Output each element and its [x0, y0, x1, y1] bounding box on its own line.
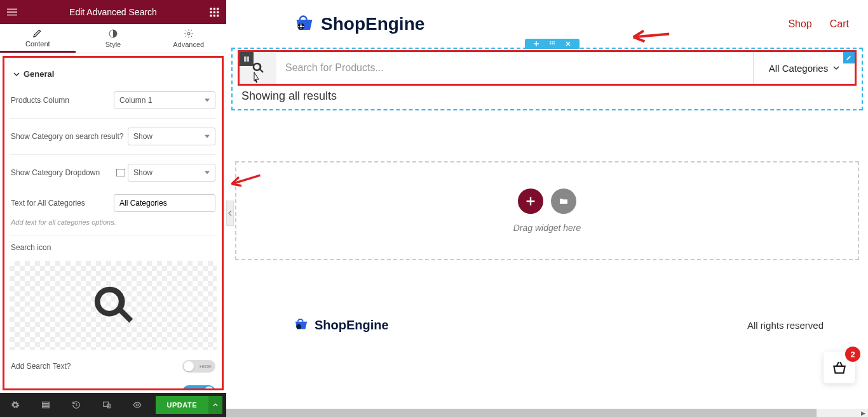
category-dropdown[interactable]: All Categories [753, 52, 855, 84]
field-show-category-dropdown: Show Category Dropdown Show [10, 157, 217, 188]
svg-rect-16 [43, 406, 50, 407]
select-products-column[interactable]: Column 1 [114, 91, 215, 109]
responsive-icon[interactable] [116, 169, 125, 176]
svg-point-24 [553, 41, 555, 43]
chevron-down-icon [833, 65, 839, 71]
label-show-category-dropdown: Show Category Dropdown [11, 168, 114, 177]
select-show-category-dropdown[interactable]: Show [128, 164, 215, 182]
svg-rect-29 [247, 56, 250, 62]
editor-sidebar: Edit Advanced Search Content Style Advan… [0, 0, 226, 417]
logo-text: ShopEngine [321, 14, 424, 34]
input-text-all-categories[interactable] [114, 194, 215, 212]
svg-rect-8 [217, 11, 219, 13]
toggle-add-search-text[interactable]: HIDE [182, 360, 215, 373]
search-icon [91, 283, 135, 328]
caret-down-icon [13, 71, 20, 77]
advanced-search-widget: All Categories [238, 50, 857, 86]
drag-section-icon[interactable] [549, 41, 555, 47]
site-nav: Shop Cart [788, 18, 849, 30]
add-section-icon[interactable] [533, 41, 539, 47]
scrollbar-thumb[interactable] [226, 409, 817, 417]
template-library-button[interactable] [551, 189, 576, 214]
sidebar-header: Edit Advanced Search [0, 0, 226, 24]
update-button[interactable]: UPDATE [156, 396, 208, 414]
settings-icon[interactable] [0, 393, 31, 417]
floating-cart-button[interactable]: 2 [824, 352, 855, 383]
svg-point-27 [553, 43, 555, 44]
svg-rect-15 [43, 404, 50, 406]
tab-advanced[interactable]: Advanced [151, 24, 226, 53]
accordion-general[interactable]: General [10, 63, 217, 85]
cart-count-badge: 2 [845, 347, 860, 362]
site-footer: ShopEngine All rights reserved [226, 305, 868, 345]
delete-section-icon[interactable] [565, 41, 571, 47]
widget-drop-zone[interactable]: Drag widget here [235, 161, 859, 260]
svg-point-22 [550, 41, 551, 43]
widget-edit-handle[interactable] [843, 52, 855, 63]
svg-point-13 [187, 32, 190, 35]
history-icon[interactable] [61, 393, 92, 417]
basket-icon [831, 359, 848, 376]
logo-icon [293, 317, 309, 333]
cursor-icon [251, 71, 262, 88]
sidebar-title: Edit Advanced Search [18, 7, 208, 17]
nav-shop[interactable]: Shop [788, 18, 811, 30]
tab-advanced-label: Advanced [173, 41, 204, 48]
editor-tabs: Content Style Advanced [0, 24, 226, 53]
label-add-search-text: Add Search Text? [11, 362, 182, 371]
svg-rect-1 [7, 11, 17, 12]
svg-point-21 [300, 25, 302, 27]
add-widget-button[interactable] [518, 189, 543, 214]
hint-all-categories: Add text for all categories options. [10, 218, 217, 232]
svg-rect-28 [244, 56, 247, 62]
horizontal-scrollbar[interactable]: ▶ [226, 409, 868, 417]
site-logo[interactable]: ShopEngine [293, 14, 424, 34]
panel-collapse-handle[interactable] [226, 201, 234, 226]
logo-icon [293, 14, 316, 34]
svg-rect-3 [210, 8, 212, 10]
preview-icon[interactable] [122, 393, 153, 417]
svg-rect-0 [7, 9, 17, 10]
field-products-column: Products Column Column 1 [10, 85, 217, 116]
footer-logo-text: ShopEngine [315, 318, 389, 333]
responsive-mode-icon[interactable] [92, 393, 122, 417]
panel-general: General Products Column Column 1 Show Ca… [3, 56, 224, 390]
svg-rect-2 [7, 15, 17, 15]
svg-rect-11 [217, 15, 219, 17]
select-show-category-result[interactable]: Show [128, 128, 215, 145]
label-hide-image: Hide Image from Search? [11, 387, 182, 390]
field-add-search-text: Add Search Text? HIDE [10, 354, 217, 379]
apps-icon[interactable] [208, 6, 220, 18]
field-hide-image: Hide Image from Search? SHOW [10, 379, 217, 390]
svg-rect-7 [214, 11, 215, 13]
sidebar-footer: UPDATE [0, 393, 226, 417]
tab-style[interactable]: Style [76, 24, 151, 53]
svg-rect-5 [217, 8, 219, 10]
footer-logo[interactable]: ShopEngine [293, 317, 389, 333]
label-search-icon: Search icon [10, 238, 217, 257]
search-icon-preview[interactable] [10, 261, 217, 350]
section-outline: All Categories Showing all results [231, 48, 863, 110]
label-text-all-categories: Text for All Categories [11, 199, 114, 208]
label-products-column: Products Column [11, 96, 114, 105]
search-input[interactable] [276, 52, 753, 84]
nav-cart[interactable]: Cart [830, 18, 849, 30]
menu-icon[interactable] [6, 6, 18, 18]
update-caret[interactable] [208, 396, 222, 414]
tab-content-label: Content [25, 40, 50, 48]
label-show-category-result: Show Category on search result? [11, 132, 128, 141]
results-heading: Showing all results [233, 89, 862, 109]
footer-rights: All rights reserved [747, 320, 824, 331]
drop-zone-actions [518, 189, 576, 214]
navigator-icon[interactable] [31, 393, 61, 417]
tab-content[interactable]: Content [0, 24, 76, 53]
svg-point-30 [296, 324, 301, 329]
accordion-title: General [24, 69, 54, 79]
svg-point-19 [136, 404, 139, 406]
field-text-all-categories: Text for All Categories [10, 188, 217, 218]
column-edit-handle[interactable] [240, 52, 254, 66]
drop-zone-hint: Drag widget here [513, 223, 581, 233]
scroll-right-arrow[interactable]: ▶ [858, 409, 868, 417]
toggle-hide-image[interactable]: SHOW [182, 385, 215, 390]
svg-rect-4 [214, 8, 215, 10]
